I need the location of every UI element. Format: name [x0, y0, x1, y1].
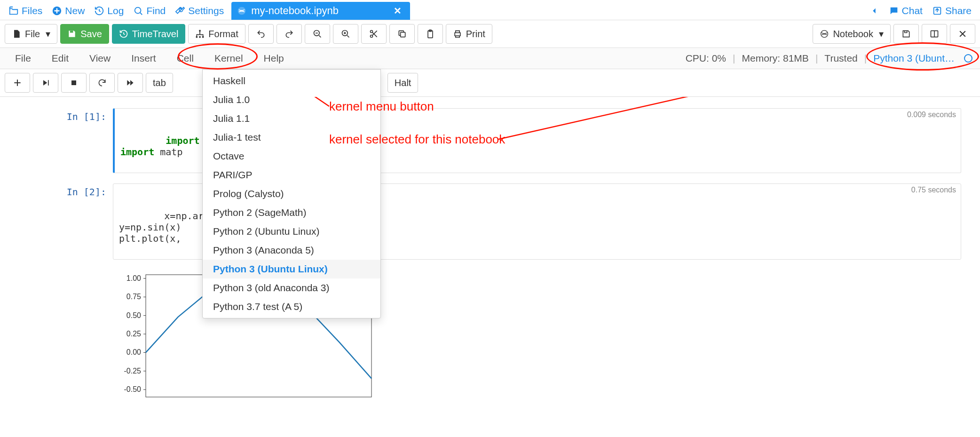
document-tab[interactable]: my-notebook.ipynb ✕ — [231, 2, 410, 20]
kernel-option[interactable]: Python 2 (Ubuntu Linux) — [203, 222, 380, 241]
settings-link-label: Settings — [188, 5, 224, 16]
code-cell[interactable]: In [2]: 0.75 seconds x=np.arange y=np.si… — [19, 183, 961, 260]
kernel-indicator[interactable]: Python 3 (Ubunt… — [873, 53, 955, 64]
tab-button-label: tab — [153, 76, 166, 89]
restart-kernel-button[interactable] — [89, 73, 115, 93]
print-button[interactable]: Print — [446, 24, 492, 44]
kernel-option[interactable]: Julia-1 test — [203, 128, 380, 147]
menu-kernel[interactable]: Kernel — [204, 48, 253, 69]
step-forward-icon — [41, 78, 50, 87]
notebook-menubar: File Edit View Insert Cell Kernel Help C… — [0, 48, 980, 69]
tab-button[interactable]: tab — [146, 73, 173, 93]
chat-link[interactable]: Chat — [884, 2, 927, 19]
notebook-menu-button[interactable]: Notebook ▾ — [813, 24, 891, 44]
kernel-option[interactable]: Python 3.7 test (A 5) — [203, 297, 380, 316]
svg-text:0.75: 0.75 — [126, 293, 141, 301]
redo-button[interactable] — [277, 24, 302, 44]
zoom-out-button[interactable] — [305, 24, 330, 44]
close-button[interactable] — [950, 24, 975, 44]
zoom-in-button[interactable] — [333, 24, 358, 44]
menu-insert[interactable]: Insert — [121, 48, 166, 69]
code-cell[interactable]: In [1]: 0.009 seconds import nump import… — [19, 108, 961, 173]
kernel-option[interactable]: Julia 1.1 — [203, 109, 380, 128]
format-button[interactable]: Format — [188, 24, 245, 44]
clipboard-icon — [426, 29, 435, 39]
timetravel-button-label: TimeTravel — [132, 27, 179, 40]
find-link[interactable]: Find — [128, 2, 170, 19]
save-button[interactable]: Save — [60, 24, 109, 44]
close-icon — [958, 29, 967, 39]
share-link-label: Share — [945, 5, 972, 16]
folder-open-icon — [8, 6, 19, 16]
halt-button[interactable]: Halt — [387, 73, 419, 93]
file-menu-button[interactable]: File ▾ — [5, 24, 57, 44]
svg-text:1.00: 1.00 — [126, 274, 141, 282]
print-button-label: Print — [466, 27, 485, 40]
svg-rect-7 — [199, 36, 201, 38]
svg-point-11 — [370, 31, 372, 33]
menu-help[interactable]: Help — [253, 48, 294, 69]
svg-rect-8 — [202, 36, 204, 38]
menu-file[interactable]: File — [5, 48, 41, 69]
share-link[interactable]: Share — [927, 2, 976, 19]
svg-text:0.25: 0.25 — [126, 330, 141, 338]
stop-icon — [69, 78, 79, 87]
kernel-option[interactable]: Python 3 (Ubuntu Linux) — [203, 260, 380, 278]
wrench-icon — [175, 6, 185, 16]
notebook-menu-label: Notebook — [833, 27, 873, 40]
log-link[interactable]: Log — [89, 2, 128, 19]
insert-cell-button[interactable] — [5, 73, 30, 93]
files-link[interactable]: Files — [4, 2, 47, 19]
log-link-label: Log — [107, 5, 124, 16]
kernel-option[interactable]: Prolog (Calysto) — [203, 184, 380, 203]
menu-cell[interactable]: Cell — [166, 48, 204, 69]
svg-point-17 — [821, 31, 828, 38]
kernel-option[interactable]: Octave — [203, 147, 380, 166]
menu-edit[interactable]: Edit — [41, 48, 79, 69]
settings-link[interactable]: Settings — [170, 2, 229, 19]
svg-text:-0.25: -0.25 — [124, 367, 142, 375]
svg-rect-6 — [196, 36, 198, 38]
jupyter-icon — [237, 6, 246, 16]
svg-rect-13 — [400, 32, 405, 37]
svg-text:0.50: 0.50 — [126, 311, 141, 319]
kernel-option[interactable]: Julia 1.0 — [203, 90, 380, 109]
undo-button[interactable] — [248, 24, 274, 44]
back-link[interactable] — [864, 3, 884, 19]
timetravel-button[interactable]: TimeTravel — [112, 24, 186, 44]
svg-text:-0.50: -0.50 — [124, 385, 142, 393]
find-link-label: Find — [146, 5, 166, 16]
stop-button[interactable] — [61, 73, 87, 93]
run-cell-button[interactable] — [33, 73, 58, 93]
notebook-body: kernel menu button kernel selected for t… — [0, 97, 980, 415]
cpu-status: CPU: 0% — [686, 53, 726, 64]
app-tab-row: Files New Log Find Settings my-notebook.… — [0, 0, 980, 20]
status-area: CPU: 0%| Memory: 81MB| Trusted| Python 3… — [686, 53, 975, 64]
file-icon — [12, 29, 21, 39]
kernel-option[interactable]: Python 3 (Anaconda 5) — [203, 241, 380, 260]
split-view-button[interactable] — [922, 24, 947, 44]
copy-button[interactable] — [389, 24, 415, 44]
trusted-badge[interactable]: Trusted — [824, 53, 857, 64]
new-link[interactable]: New — [47, 2, 89, 19]
columns-icon — [930, 29, 939, 39]
cut-button[interactable] — [361, 24, 387, 44]
share-icon — [932, 6, 942, 16]
kernel-option[interactable]: Python 2 (SageMath) — [203, 203, 380, 222]
kernel-option[interactable]: Haskell — [203, 72, 380, 90]
plus-circle-icon — [52, 6, 62, 16]
chat-icon — [889, 6, 899, 16]
close-tab-icon[interactable]: ✕ — [392, 5, 403, 16]
kernel-option[interactable]: Python 3 (old Anaconda 3) — [203, 278, 380, 297]
kernel-option[interactable]: PARI/GP — [203, 166, 380, 184]
save-icon-button[interactable] — [893, 24, 919, 44]
document-title: my-notebook.ipynb — [251, 5, 387, 17]
memory-status: Memory: 81MB — [742, 53, 809, 64]
menu-view[interactable]: View — [79, 48, 121, 69]
run-all-button[interactable] — [118, 73, 143, 93]
printer-icon — [453, 29, 462, 39]
save-icon — [901, 29, 911, 39]
paste-button[interactable] — [418, 24, 443, 44]
jupyter-icon — [820, 29, 829, 39]
cell-timing: 0.009 seconds — [907, 111, 956, 119]
